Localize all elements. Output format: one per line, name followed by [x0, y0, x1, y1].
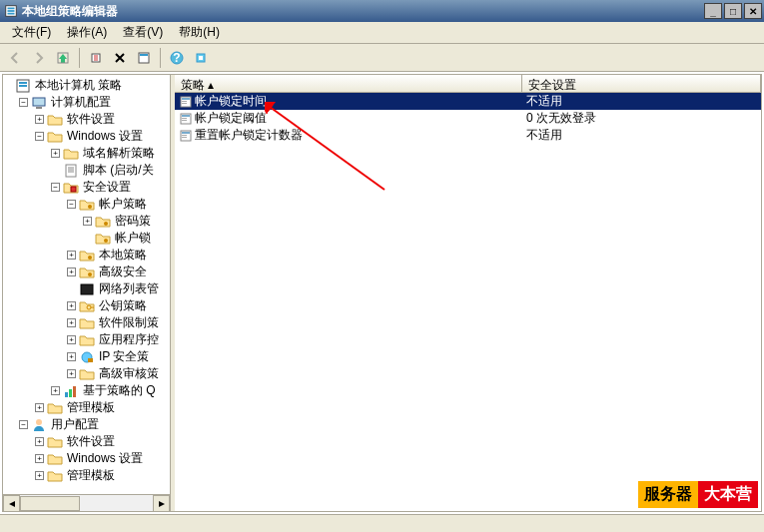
tree-pane[interactable]: 本地计算机 策略−计算机配置+软件设置−Windows 设置+域名解析策略脚本 … [3, 75, 171, 511]
no-toggle [67, 284, 76, 293]
collapse-icon[interactable]: − [51, 183, 60, 192]
tree-item[interactable]: +高级审核策 [3, 365, 170, 382]
folder-icon [47, 129, 63, 145]
no-toggle [83, 234, 92, 243]
list-row[interactable]: 重置帐户锁定计数器不适用 [175, 127, 761, 144]
expand-icon[interactable]: + [67, 369, 76, 378]
tree-item[interactable]: +高级安全 [3, 264, 170, 280]
svg-rect-27 [65, 392, 68, 397]
user-icon [31, 417, 47, 433]
menu-file[interactable]: 文件(F) [4, 22, 59, 43]
svg-point-19 [104, 222, 108, 226]
maximize-button[interactable]: □ [724, 3, 742, 19]
tree-item[interactable]: −安全设置 [3, 179, 170, 196]
refresh-button[interactable] [190, 47, 212, 69]
tree-item[interactable]: +Windows 设置 [3, 450, 170, 467]
expand-icon[interactable]: + [35, 437, 44, 446]
tree-item[interactable]: −用户配置 [3, 416, 170, 433]
chart-icon [63, 383, 79, 399]
folder-icon [79, 315, 95, 331]
scroll-left-button[interactable]: ◂ [3, 495, 20, 512]
tree-hscrollbar[interactable]: ◂ ▸ [3, 494, 170, 511]
tree-item[interactable]: 网络列表管 [3, 280, 170, 297]
tree-item[interactable]: −帐户策略 [3, 196, 170, 213]
window-titlebar: 本地组策略编辑器 _ □ ✕ [0, 0, 764, 22]
tree-item[interactable]: 帐户锁 [3, 230, 170, 247]
collapse-icon[interactable]: − [19, 420, 28, 429]
menu-view[interactable]: 查看(V) [115, 22, 171, 43]
folder-icon [47, 451, 63, 467]
script-icon [63, 163, 79, 179]
expand-icon[interactable]: + [35, 115, 44, 124]
watermark-part2: 大本营 [698, 481, 758, 508]
toolbar-separator [160, 48, 161, 68]
expand-icon[interactable]: + [67, 335, 76, 344]
expand-icon[interactable]: + [67, 318, 76, 327]
tree-item[interactable]: +软件限制策 [3, 314, 170, 331]
ipsec-icon [79, 349, 95, 365]
tree-item[interactable]: +基于策略的 Q [3, 382, 170, 399]
column-policy[interactable]: 策略 ▴ [175, 75, 522, 92]
column-setting[interactable]: 安全设置 [522, 75, 761, 92]
window-title: 本地组策略编辑器 [22, 3, 704, 20]
computer-icon [31, 95, 47, 111]
minimize-button[interactable]: _ [704, 3, 722, 19]
expand-icon[interactable]: + [35, 403, 44, 412]
scroll-track[interactable] [20, 495, 153, 512]
tree-item[interactable]: +管理模板 [3, 467, 170, 484]
svg-rect-40 [182, 132, 190, 134]
folderlock-icon [95, 231, 111, 247]
svg-rect-26 [88, 358, 93, 362]
list-row[interactable]: 帐户锁定时间不适用 [175, 93, 761, 110]
expand-icon[interactable]: + [51, 149, 60, 158]
toolbar-separator [79, 48, 80, 68]
tree-item[interactable]: +软件设置 [3, 111, 170, 128]
list-header: 策略 ▴ 安全设置 [175, 75, 761, 93]
help-button[interactable]: ? [166, 47, 188, 69]
tree-item[interactable]: 本地计算机 策略 [3, 77, 170, 94]
tree-item[interactable]: +应用程序控 [3, 331, 170, 348]
up-button[interactable] [52, 47, 74, 69]
delete-button[interactable] [109, 47, 131, 69]
collapse-icon[interactable]: − [35, 132, 44, 141]
svg-rect-28 [69, 389, 72, 397]
export-button[interactable] [85, 47, 107, 69]
setting-cell: 不适用 [522, 126, 566, 145]
collapse-icon[interactable]: − [67, 200, 76, 209]
policy-cell: 重置帐户锁定计数器 [175, 126, 522, 145]
watermark: 服务器 大本营 [638, 481, 758, 508]
close-button[interactable]: ✕ [744, 3, 762, 19]
expand-icon[interactable]: + [35, 454, 44, 463]
tree-item[interactable]: +软件设置 [3, 433, 170, 450]
tree-item[interactable]: +域名解析策略 [3, 145, 170, 162]
folder-icon [79, 366, 95, 382]
svg-rect-34 [182, 103, 187, 104]
folderlock-icon [79, 248, 95, 264]
expand-icon[interactable]: + [83, 217, 92, 226]
expand-icon[interactable]: + [35, 471, 44, 480]
tree-item[interactable]: +IP 安全策 [3, 348, 170, 365]
tree-item[interactable]: +密码策 [3, 213, 170, 230]
scroll-right-button[interactable]: ▸ [153, 495, 170, 512]
menu-action[interactable]: 操作(A) [59, 22, 115, 43]
no-toggle [3, 81, 12, 90]
expand-icon[interactable]: + [67, 267, 76, 276]
tree-item[interactable]: +管理模板 [3, 399, 170, 416]
svg-rect-29 [73, 386, 76, 397]
expand-icon[interactable]: + [67, 251, 76, 260]
list-row[interactable]: 帐户锁定阈值0 次无效登录 [175, 110, 761, 127]
expand-icon[interactable]: + [51, 386, 60, 395]
collapse-icon[interactable]: − [19, 98, 28, 107]
scroll-thumb[interactable] [20, 496, 80, 511]
expand-icon[interactable]: + [67, 352, 76, 361]
tree-item[interactable]: −Windows 设置 [3, 128, 170, 145]
tree-item[interactable]: 脚本 (启动/关 [3, 162, 170, 179]
menu-help[interactable]: 帮助(H) [171, 22, 228, 43]
tree-item[interactable]: +本地策略 [3, 247, 170, 264]
folderlock-icon [79, 265, 95, 280]
list-body[interactable]: 帐户锁定时间不适用帐户锁定阈值0 次无效登录重置帐户锁定计数器不适用 [175, 93, 761, 511]
tree-item[interactable]: +公钥策略 [3, 297, 170, 314]
expand-icon[interactable]: + [67, 301, 76, 310]
tree-item[interactable]: −计算机配置 [3, 94, 170, 111]
properties-button[interactable] [133, 47, 155, 69]
